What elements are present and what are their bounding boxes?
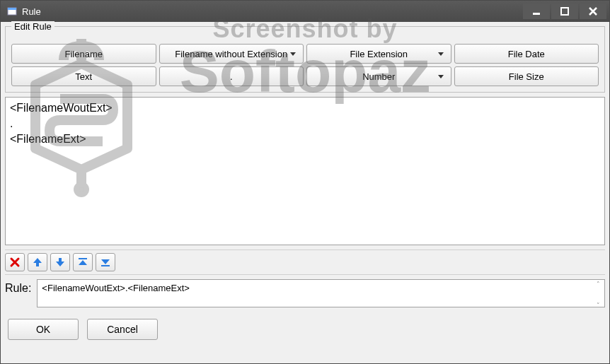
rule-window: Rule Edit Rule Filename Filename without… [0,0,610,364]
cancel-button[interactable]: Cancel [87,319,158,340]
token-button-grid: Filename Filename without Extension File… [11,44,599,86]
titlebar: Rule [1,1,609,22]
groupbox-label: Edit Rule [11,21,54,32]
move-top-button[interactable] [73,253,93,271]
file-extension-dropdown[interactable]: File Extension [306,44,451,64]
svg-rect-4 [79,258,87,259]
scroll-down-icon[interactable]: ˅ [592,302,604,309]
edit-rule-group: Edit Rule Filename Filename without Exte… [5,26,605,93]
list-toolbar [5,249,605,275]
action-row: OK Cancel [5,319,605,340]
list-item[interactable]: <FilenameWoutExt> [10,100,600,116]
app-icon [6,6,18,17]
svg-rect-3 [561,8,568,15]
svg-rect-1 [8,8,16,10]
file-date-button[interactable]: File Date [454,44,599,64]
minimize-button[interactable] [523,4,550,19]
window-controls [523,4,606,19]
scroll-arrows: ˄ ˅ [592,281,604,309]
number-dropdown[interactable]: Number [306,66,451,86]
filename-button[interactable]: Filename [11,44,156,64]
delete-button[interactable] [5,253,25,271]
rule-row: Rule: ˄ ˅ [5,279,605,310]
file-size-button[interactable]: File Size [454,66,599,86]
close-button[interactable] [580,4,606,19]
ok-button[interactable]: OK [8,319,79,340]
rule-input[interactable] [37,279,605,307]
svg-rect-5 [101,265,110,266]
list-item[interactable]: <FilenameExt> [10,131,600,147]
token-listbox[interactable]: <FilenameWoutExt> . <FilenameExt> [5,97,605,245]
rule-field-wrap: ˄ ˅ [37,279,605,310]
svg-rect-2 [533,13,540,15]
filename-without-ext-dropdown[interactable]: Filename without Extension [159,44,304,64]
list-item[interactable]: . [10,116,600,131]
dot-button[interactable]: . [159,66,304,86]
content-area: Edit Rule Filename Filename without Exte… [1,22,609,363]
scroll-up-icon[interactable]: ˄ [592,281,604,288]
window-title: Rule [22,6,523,17]
text-button[interactable]: Text [11,66,156,86]
rule-label: Rule: [5,279,31,295]
move-bottom-button[interactable] [96,253,115,271]
maximize-button[interactable] [551,4,578,19]
move-down-button[interactable] [50,253,70,271]
move-up-button[interactable] [28,253,47,271]
